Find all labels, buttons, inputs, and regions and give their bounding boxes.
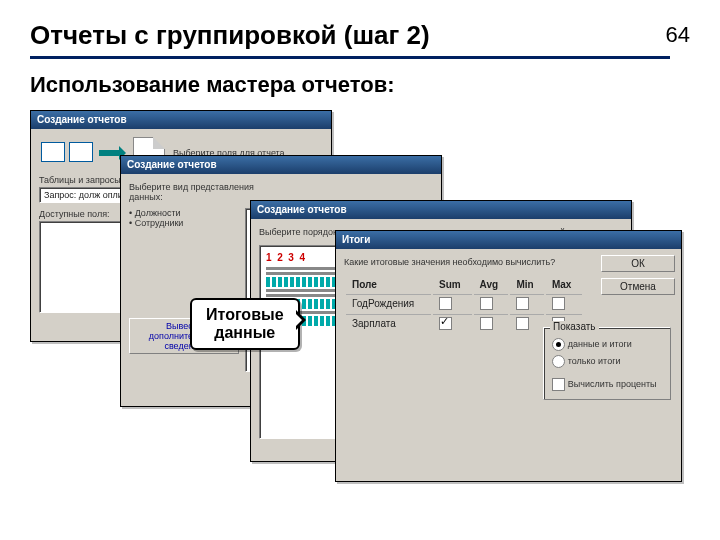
- wizard-icon: [39, 140, 95, 166]
- dialog-title: Создание отчетов: [251, 201, 631, 219]
- table-row: ГодРождения: [346, 294, 582, 312]
- col-sum: Sum: [433, 277, 472, 292]
- dialog-title: Итоги: [336, 231, 681, 249]
- radio-data-and-totals[interactable]: [552, 338, 565, 351]
- sum-checkbox[interactable]: [439, 297, 452, 310]
- callout-tail-icon: [296, 310, 316, 330]
- tree-item[interactable]: • Должности: [129, 208, 239, 218]
- radio-label: только итоги: [568, 356, 621, 366]
- group-legend: Показать: [550, 321, 599, 332]
- aggregate-table: Поле Sum Avg Min Max ГодРождения Зарплат…: [344, 275, 584, 334]
- radio-label: данные и итоги: [568, 339, 632, 349]
- callout-line: Итоговые: [206, 306, 284, 323]
- col-avg: Avg: [474, 277, 509, 292]
- sort-num-icon: 3: [288, 252, 294, 263]
- field-name: ГодРождения: [346, 294, 431, 312]
- wizard-prompt: Выберите вид представления данных:: [129, 182, 259, 202]
- cancel-button[interactable]: Отмена: [601, 278, 675, 295]
- dialog-title: Создание отчетов: [121, 156, 441, 174]
- page-subtitle: Использование мастера отчетов:: [30, 72, 395, 98]
- percent-checkbox[interactable]: [552, 378, 565, 391]
- sum-checkbox[interactable]: [439, 317, 452, 330]
- checkbox-label: Вычислить проценты: [568, 379, 657, 389]
- show-group: Показать данные и итоги только итоги Выч…: [543, 327, 671, 400]
- field-name: Зарплата: [346, 314, 431, 332]
- page-title: Отчеты с группировкой (шаг 2): [30, 20, 430, 51]
- avg-checkbox[interactable]: [480, 297, 493, 310]
- tree-item[interactable]: • Сотрудники: [129, 218, 239, 228]
- avg-checkbox[interactable]: [480, 317, 493, 330]
- col-max: Max: [546, 277, 582, 292]
- sort-num-icon: 1: [266, 252, 272, 263]
- title-divider: [30, 56, 670, 59]
- totals-dialog: Итоги Какие итоговые значения необходимо…: [335, 230, 682, 482]
- callout-totals: Итоговые данные: [190, 298, 300, 350]
- max-checkbox[interactable]: [552, 297, 565, 310]
- col-field: Поле: [346, 277, 431, 292]
- ok-button[interactable]: ОК: [601, 255, 675, 272]
- col-min: Min: [510, 277, 543, 292]
- radio-totals-only[interactable]: [552, 355, 565, 368]
- sort-num-icon: 2: [277, 252, 283, 263]
- min-checkbox[interactable]: [516, 317, 529, 330]
- callout-line: данные: [214, 324, 275, 341]
- sort-num-icon: 4: [299, 252, 305, 263]
- page-number: 64: [666, 22, 690, 48]
- min-checkbox[interactable]: [516, 297, 529, 310]
- dialog-title: Создание отчетов: [31, 111, 331, 129]
